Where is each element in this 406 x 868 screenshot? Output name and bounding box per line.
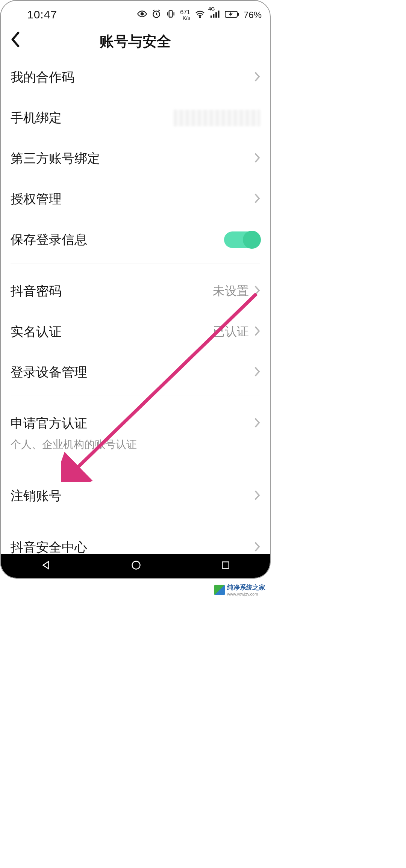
- chevron-right-icon: [254, 193, 260, 205]
- chevron-right-icon: [254, 326, 260, 338]
- app-header: 账号与安全: [1, 23, 270, 57]
- battery-icon: [225, 10, 239, 20]
- watermark-title: 纯净系统之家: [227, 583, 265, 592]
- page-title: 账号与安全: [100, 32, 171, 51]
- row-label: 登录设备管理: [11, 364, 87, 381]
- svg-rect-2: [169, 11, 173, 17]
- chevron-right-icon: [254, 417, 260, 429]
- row-label: 申请官方认证: [11, 415, 87, 432]
- redacted-phone-value: [174, 110, 260, 126]
- chevron-right-icon: [254, 541, 260, 553]
- row-label: 第三方账号绑定: [11, 150, 100, 167]
- row-subtitle: 个人、企业机构的账号认证: [11, 437, 260, 452]
- signal-icon: 4G: [210, 10, 220, 20]
- svg-point-0: [141, 13, 144, 15]
- row-realname-auth[interactable]: 实名认证 已认证: [1, 312, 270, 352]
- row-label: 保存登录信息: [11, 231, 87, 248]
- watermark-url: www.yowjzy.com: [227, 592, 265, 596]
- save-login-toggle[interactable]: [224, 231, 260, 248]
- chevron-right-icon: [254, 153, 260, 165]
- battery-percent: 76%: [244, 10, 262, 20]
- nav-back-button[interactable]: [40, 560, 52, 572]
- row-label: 抖音密码: [11, 283, 62, 300]
- vibrate-icon: [166, 9, 176, 21]
- row-label: 我的合作码: [11, 69, 74, 86]
- chevron-right-icon: [254, 285, 260, 297]
- settings-list: 我的合作码 手机绑定 第三方账号绑定 授权管理 保存登录信息 抖音密码: [1, 57, 270, 579]
- svg-rect-5: [213, 14, 214, 18]
- network-speed: 671 K/s: [180, 9, 190, 21]
- row-value: 未设置: [213, 283, 249, 299]
- row-official-cert[interactable]: 申请官方认证 个人、企业机构的账号认证: [1, 404, 270, 463]
- watermark-logo-icon: [214, 585, 225, 595]
- nav-home-button[interactable]: [131, 560, 141, 572]
- row-douyin-password[interactable]: 抖音密码 未设置: [1, 271, 270, 312]
- status-time: 10:47: [27, 8, 57, 21]
- nav-recents-button[interactable]: [221, 560, 230, 572]
- svg-point-3: [199, 17, 200, 18]
- row-phone-bind[interactable]: 手机绑定: [1, 98, 270, 138]
- row-label: 授权管理: [11, 191, 62, 208]
- phone-screen: 10:47 671 K/s 4G: [0, 0, 271, 579]
- row-login-device-mgmt[interactable]: 登录设备管理: [1, 352, 270, 393]
- row-auth-management[interactable]: 授权管理: [1, 179, 270, 219]
- watermark: 纯净系统之家 www.yowjzy.com: [214, 583, 265, 596]
- back-button[interactable]: [11, 31, 21, 49]
- chevron-right-icon: [254, 366, 260, 378]
- status-icons: 671 K/s 4G 76%: [137, 9, 262, 21]
- system-nav-bar: [1, 554, 270, 578]
- eye-icon: [137, 9, 147, 21]
- status-bar: 10:47 671 K/s 4G: [1, 1, 270, 23]
- row-label: 注销账号: [11, 487, 62, 505]
- svg-rect-12: [222, 562, 229, 568]
- row-label: 实名认证: [11, 323, 62, 340]
- wifi-icon: [195, 10, 205, 20]
- chevron-right-icon: [254, 71, 260, 83]
- svg-rect-7: [218, 11, 220, 18]
- row-value: 已认证: [213, 324, 249, 340]
- row-delete-account[interactable]: 注销账号: [1, 476, 270, 516]
- row-save-login-info: 保存登录信息: [1, 219, 270, 260]
- alarm-icon: [151, 9, 161, 21]
- svg-rect-6: [215, 12, 217, 18]
- row-third-party-bind[interactable]: 第三方账号绑定: [1, 138, 270, 179]
- section-divider: [11, 263, 260, 263]
- section-divider: [11, 396, 260, 396]
- row-partner-code[interactable]: 我的合作码: [1, 57, 270, 98]
- svg-rect-9: [238, 13, 239, 16]
- row-label: 手机绑定: [11, 109, 62, 127]
- svg-rect-4: [211, 15, 212, 18]
- chevron-right-icon: [254, 490, 260, 502]
- svg-point-11: [132, 561, 140, 569]
